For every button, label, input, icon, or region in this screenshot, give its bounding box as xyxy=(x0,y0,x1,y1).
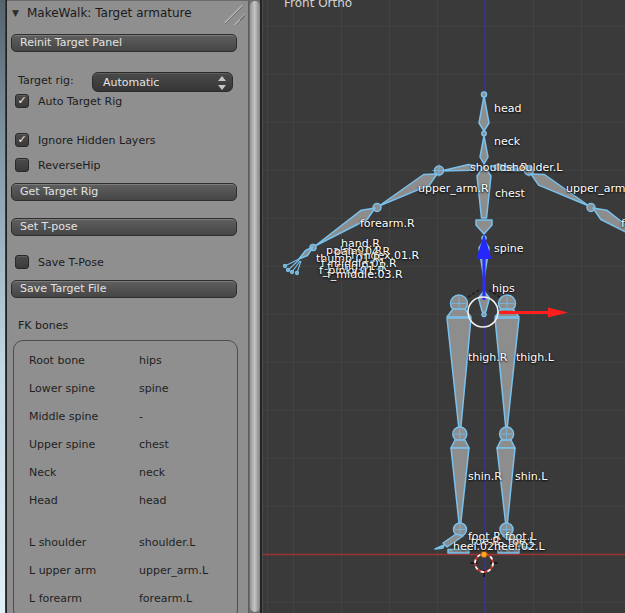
checkbox-box[interactable]: ✓ xyxy=(15,94,29,108)
fk-bones-box: Root bonehipsLower spinespineMiddle spin… xyxy=(13,340,238,613)
bone-label-forearm-l: forearm.L xyxy=(621,218,625,229)
blender-window: ▼ MakeWalk: Target armature Reinit Targe… xyxy=(0,0,625,613)
fk-bone-value: upper_arm.L xyxy=(139,564,208,577)
target-rig-label: Target rig: xyxy=(18,74,74,87)
bone-label-thigh-l: thigh.L xyxy=(516,352,554,363)
bone-chest xyxy=(476,166,492,234)
fk-bone-label: Upper spine xyxy=(29,438,95,451)
scrollbar-thumb[interactable] xyxy=(250,1,260,612)
checkbox-label: Save T-Pose xyxy=(38,256,104,269)
fk-bone-label: L upper arm xyxy=(29,564,96,577)
target-rig-value: Automatic xyxy=(103,76,159,89)
bone-label-heel-02-l: heel.02.L xyxy=(494,541,545,552)
fk-bone-label: L shoulder xyxy=(29,536,86,549)
fk-bone-value: spine xyxy=(139,382,169,395)
fk-bone-row: Neckneck xyxy=(14,466,237,480)
fk-bone-row: L upper armupper_arm.L xyxy=(14,564,237,578)
fk-bone-label: Lower spine xyxy=(29,382,95,395)
fk-bones-heading: FK bones xyxy=(18,319,68,332)
checkbox-label: Ignore Hidden Layers xyxy=(38,134,155,147)
bone-label-chest: chest xyxy=(495,188,525,199)
fk-bone-value: shoulder.L xyxy=(139,536,195,549)
checkbox-box[interactable] xyxy=(15,255,29,269)
target-rig-dropdown[interactable]: Automatic xyxy=(92,72,233,92)
bone-label-f-middle-03-r: f_middle.03.R xyxy=(327,269,403,280)
save-target-file-button[interactable]: Save Target File xyxy=(11,280,237,298)
bone-label-neck: neck xyxy=(494,136,520,147)
fk-bone-label: Head xyxy=(29,494,58,507)
bone-head xyxy=(479,92,489,131)
fk-bone-value: neck xyxy=(139,466,165,479)
fk-bone-row: Root bonehips xyxy=(14,354,237,368)
viewport-3d[interactable]: Front Ortho xyxy=(262,0,625,613)
bone-hand-r xyxy=(284,247,313,274)
panel-scrollbar[interactable] xyxy=(248,0,261,613)
checkbox-label: Auto Target Rig xyxy=(38,95,122,108)
fk-bone-label: Middle spine xyxy=(29,410,98,423)
bone-neck xyxy=(480,131,488,164)
bone-label-shoulder-l: shoulder.L xyxy=(506,162,562,173)
bone-label-head: head xyxy=(494,103,521,114)
checkbox-label: ReverseHip xyxy=(38,159,101,172)
bone-label-upper-arm-l: upper_arm.L xyxy=(566,183,625,194)
fk-bone-row: Lower spinespine xyxy=(14,382,237,396)
bone-label-shin-r: shin.R xyxy=(468,471,502,482)
reinit-target-panel-button[interactable]: Reinit Target Panel xyxy=(11,34,237,52)
bone-label-forearm-r: forearm.R xyxy=(360,218,415,229)
fk-bone-row: Headhead xyxy=(14,494,237,508)
fk-bone-value: - xyxy=(139,410,143,423)
panel-header[interactable]: ▼ MakeWalk: Target armature xyxy=(7,4,248,26)
bone-label-thigh-r: thigh.R xyxy=(468,352,507,363)
get-target-rig-button[interactable]: Get Target Rig xyxy=(11,183,237,201)
collapse-triangle-icon[interactable]: ▼ xyxy=(12,8,19,18)
fk-bone-value: chest xyxy=(139,438,169,451)
checkbox-box[interactable] xyxy=(15,158,29,172)
fk-bone-row: Middle spine- xyxy=(14,410,237,424)
fk-bone-value: forearm.L xyxy=(139,592,192,605)
fk-bone-label: Neck xyxy=(29,466,56,479)
bone-shin-r xyxy=(451,427,469,523)
armature-skeleton[interactable] xyxy=(263,0,625,613)
checkbox-box[interactable]: ✓ xyxy=(15,133,29,147)
fk-bone-row: L shouldershoulder.L xyxy=(14,536,237,550)
fk-bone-label: L forearm xyxy=(29,592,82,605)
panel-drag-handle-icon[interactable] xyxy=(223,5,245,25)
makewalk-panel: ▼ MakeWalk: Target armature Reinit Targe… xyxy=(7,0,248,613)
fk-bone-row: Upper spinechest xyxy=(14,438,237,452)
bone-label-shin-l: shin.L xyxy=(515,471,547,482)
fk-bone-row: L forearmforearm.L xyxy=(14,592,237,606)
fk-bone-label: Root bone xyxy=(29,354,85,367)
fk-bone-value: hips xyxy=(139,354,162,367)
bone-label-spine: spine xyxy=(494,243,524,254)
fk-bone-value: head xyxy=(139,494,166,507)
bone-label-upper-arm-r: upper_arm.R xyxy=(418,183,489,194)
bone-label-hips: hips xyxy=(492,283,515,294)
set-tpose-button[interactable]: Set T-pose xyxy=(11,218,237,236)
panel-title: MakeWalk: Target armature xyxy=(27,6,192,20)
window-edge-strip xyxy=(0,0,6,613)
dropdown-arrows-icon xyxy=(218,76,226,90)
